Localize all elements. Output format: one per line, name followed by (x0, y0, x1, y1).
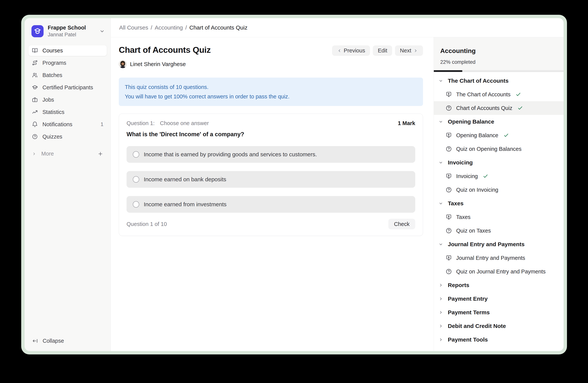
chapter-debit-and-credit-note[interactable]: Debit and Credit Note (434, 319, 564, 333)
sidebar-item-notifications[interactable]: Notifications1 (28, 119, 107, 130)
chevron-down-icon (438, 78, 443, 83)
frappe-school-logo (31, 25, 43, 37)
sidebar-item-jobs[interactable]: Jobs (28, 95, 107, 105)
lesson-journal-entry-and-payments[interactable]: Journal Entry and Payments (434, 251, 564, 265)
course-progress-fill (434, 70, 462, 72)
help-circle-icon (445, 187, 452, 193)
lesson-taxes[interactable]: Taxes (434, 210, 564, 224)
app-window: Frappe School Jannat Patel CoursesProgra… (21, 15, 567, 354)
trending-up-icon (32, 109, 38, 115)
course-progress-bar (434, 70, 564, 72)
notice-line: You will have to get 100% correct answer… (125, 92, 417, 101)
left-sidebar: Frappe School Jannat Patel CoursesProgra… (25, 18, 111, 351)
chevron-down-icon[interactable] (99, 28, 105, 34)
help-circle-icon (32, 134, 38, 140)
lesson-title: Chart of Accounts Quiz (456, 105, 512, 111)
briefcase-icon (32, 97, 38, 103)
collapse-sidebar-button[interactable]: Collapse (25, 336, 111, 346)
chapter-title: Payment Terms (448, 309, 490, 316)
route-icon (32, 60, 38, 66)
lesson-quiz-on-taxes[interactable]: Quiz on Taxes (434, 224, 564, 237)
sidebar-item-label: Statistics (42, 109, 64, 115)
chevron-down-icon (438, 160, 443, 165)
chevron-left-icon (337, 48, 342, 53)
chapter-title: Opening Balance (448, 118, 494, 125)
chapter-opening-balance[interactable]: Opening Balance (434, 115, 564, 129)
answer-option[interactable]: Income that is earned by providing goods… (126, 146, 415, 163)
chevron-right-icon (413, 48, 418, 53)
lesson-quiz-on-journal-entry-and-payments[interactable]: Quiz on Journal Entry and Payments (434, 265, 564, 278)
quiz-page: Chart of Accounts Quiz Previous Edit Nex… (111, 37, 434, 351)
radio-button[interactable] (133, 151, 139, 158)
chevron-right-icon (438, 324, 443, 328)
lesson-the-chart-of-accounts[interactable]: The Chart of Accounts (434, 88, 564, 101)
school-switcher[interactable]: Frappe School Jannat Patel (25, 18, 111, 38)
plus-icon[interactable] (97, 151, 104, 157)
lesson-quiz-on-invoicing[interactable]: Quiz on Invoicing (434, 183, 564, 197)
school-name: Frappe School (48, 24, 95, 31)
lesson-quiz-on-opening-balances[interactable]: Quiz on Opening Balances (434, 142, 564, 156)
help-circle-icon (445, 228, 452, 234)
sidebar-item-label: Programs (42, 60, 66, 66)
chapter-title: The Chart of Accounts (448, 77, 509, 84)
chapter-payment-entry[interactable]: Payment Entry (434, 292, 564, 306)
monitor-play-icon (445, 214, 452, 220)
radio-button[interactable] (133, 201, 139, 208)
check-icon (517, 105, 523, 111)
breadcrumb-accounting[interactable]: Accounting (155, 24, 183, 31)
chapter-reports[interactable]: Reports (434, 278, 564, 292)
monitor-play-icon (445, 91, 452, 98)
previous-button[interactable]: Previous (332, 45, 370, 56)
graduation-cap-icon (32, 84, 38, 91)
more-label: More (41, 151, 54, 157)
chapter-title: Journal Entry and Payments (448, 241, 525, 248)
collapse-label: Collapse (43, 338, 64, 344)
chapter-title: Reports (448, 282, 469, 288)
lesson-title: Journal Entry and Payments (456, 255, 525, 261)
next-button[interactable]: Next (395, 45, 423, 56)
author-avatar (119, 60, 127, 68)
lesson-opening-balance[interactable]: Opening Balance (434, 129, 564, 142)
bell-icon (32, 121, 38, 127)
lesson-title: Quiz on Journal Entry and Payments (456, 268, 546, 275)
sidebar-item-batches[interactable]: Batches (28, 70, 107, 81)
check-button[interactable]: Check (388, 219, 415, 229)
course-title: Accounting (434, 47, 564, 55)
chapter-invoicing[interactable]: Invoicing (434, 156, 564, 169)
chapter-taxes[interactable]: Taxes (434, 197, 564, 210)
radio-button[interactable] (133, 176, 139, 183)
school-user: Jannat Patel (48, 32, 95, 38)
sidebar-item-label: Batches (42, 72, 62, 78)
chapter-title: Payment Tools (448, 336, 488, 343)
breadcrumb-all-courses[interactable]: All Courses (119, 24, 148, 31)
chevron-right-icon (438, 283, 443, 288)
chevron-right-icon (438, 337, 443, 342)
sidebar-item-statistics[interactable]: Statistics (28, 107, 107, 117)
chapter-title: Payment Entry (448, 296, 488, 302)
edit-button[interactable]: Edit (373, 45, 392, 56)
lesson-invoicing[interactable]: Invoicing (434, 169, 564, 183)
check-icon (483, 173, 488, 179)
lesson-title: Taxes (456, 214, 471, 220)
monitor-play-icon (445, 132, 452, 138)
sidebar-item-label: Courses (42, 47, 63, 54)
author-row: Linet Sherin Varghese (119, 60, 423, 68)
author-name: Linet Sherin Varghese (130, 61, 186, 67)
sidebar-item-more[interactable]: More (28, 149, 107, 159)
option-label: Income earned from investments (144, 201, 227, 208)
answer-option[interactable]: Income earned from investments (126, 196, 415, 213)
sidebar-item-programs[interactable]: Programs (28, 57, 107, 68)
chapter-the-chart-of-accounts[interactable]: The Chart of Accounts (434, 74, 564, 88)
answer-option[interactable]: Income earned on bank deposits (126, 171, 415, 188)
option-label: Income earned on bank deposits (144, 176, 226, 183)
chapter-payment-terms[interactable]: Payment Terms (434, 306, 564, 319)
sidebar-item-courses[interactable]: Courses (28, 45, 107, 56)
sidebar-item-certified-participants[interactable]: Certified Participants (28, 82, 107, 93)
sidebar-item-quizzes[interactable]: Quizzes (28, 131, 107, 142)
chevron-right-icon (32, 152, 36, 156)
chapter-payment-tools[interactable]: Payment Tools (434, 333, 564, 346)
lesson-chart-of-accounts-quiz[interactable]: Chart of Accounts Quiz (434, 101, 564, 115)
collapse-icon (32, 338, 38, 344)
help-circle-icon (445, 105, 452, 111)
chapter-journal-entry-and-payments[interactable]: Journal Entry and Payments (434, 237, 564, 251)
